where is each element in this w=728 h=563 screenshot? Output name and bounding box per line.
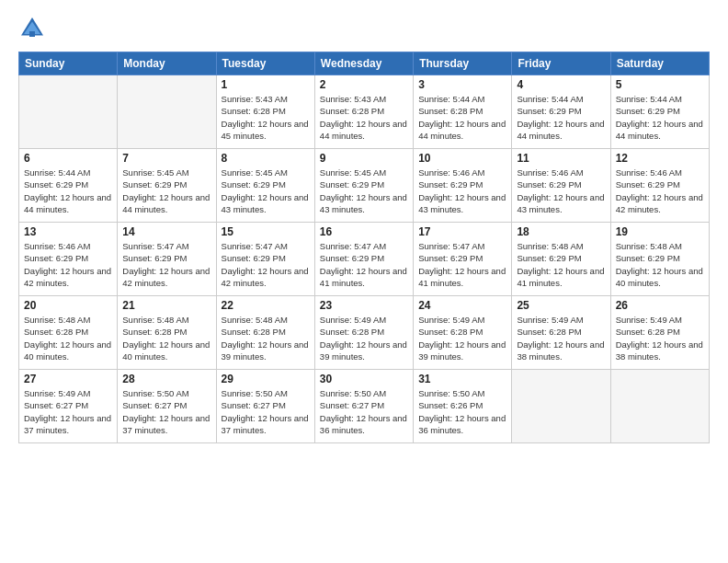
day-number: 27 <box>24 373 112 385</box>
day-cell-31: 31Sunrise: 5:50 AMSunset: 6:26 PMDayligh… <box>414 370 512 443</box>
day-cell-26: 26Sunrise: 5:49 AMSunset: 6:28 PMDayligh… <box>610 296 709 370</box>
weekday-header-sunday: Sunday <box>19 52 118 75</box>
weekday-header-saturday: Saturday <box>610 52 709 75</box>
weekday-header-row: SundayMondayTuesdayWednesdayThursdayFrid… <box>19 52 710 75</box>
day-number: 17 <box>418 225 506 238</box>
weekday-header-friday: Friday <box>512 52 610 75</box>
week-row-4: 27Sunrise: 5:49 AMSunset: 6:27 PMDayligh… <box>19 370 710 443</box>
header <box>18 15 710 42</box>
day-number: 19 <box>616 225 704 238</box>
day-cell-30: 30Sunrise: 5:50 AMSunset: 6:27 PMDayligh… <box>314 370 413 443</box>
day-info: Sunrise: 5:47 AMSunset: 6:29 PMDaylight:… <box>222 240 310 289</box>
day-cell-14: 14Sunrise: 5:47 AMSunset: 6:29 PMDayligh… <box>118 223 216 296</box>
day-cell-4: 4Sunrise: 5:44 AMSunset: 6:29 PMDaylight… <box>512 75 610 149</box>
day-info: Sunrise: 5:47 AMSunset: 6:29 PMDaylight:… <box>122 240 210 289</box>
svg-rect-2 <box>29 31 35 37</box>
day-info: Sunrise: 5:46 AMSunset: 6:29 PMDaylight:… <box>517 167 605 215</box>
day-number: 24 <box>418 299 506 312</box>
day-info: Sunrise: 5:49 AMSunset: 6:27 PMDaylight:… <box>24 387 112 436</box>
day-info: Sunrise: 5:47 AMSunset: 6:29 PMDaylight:… <box>320 240 408 289</box>
page: SundayMondayTuesdayWednesdayThursdayFrid… <box>0 0 728 563</box>
day-number: 3 <box>418 78 506 91</box>
day-cell-6: 6Sunrise: 5:44 AMSunset: 6:29 PMDaylight… <box>19 149 118 223</box>
day-info: Sunrise: 5:45 AMSunset: 6:29 PMDaylight:… <box>122 167 210 215</box>
day-cell-12: 12Sunrise: 5:46 AMSunset: 6:29 PMDayligh… <box>610 149 709 223</box>
day-number: 9 <box>320 152 408 165</box>
day-cell-23: 23Sunrise: 5:49 AMSunset: 6:28 PMDayligh… <box>314 296 413 370</box>
day-cell-16: 16Sunrise: 5:47 AMSunset: 6:29 PMDayligh… <box>314 223 413 296</box>
week-row-0: 1Sunrise: 5:43 AMSunset: 6:28 PMDaylight… <box>19 75 710 149</box>
logo-icon <box>18 15 46 42</box>
day-info: Sunrise: 5:47 AMSunset: 6:29 PMDaylight:… <box>418 240 506 289</box>
day-info: Sunrise: 5:46 AMSunset: 6:29 PMDaylight:… <box>418 167 506 215</box>
day-info: Sunrise: 5:49 AMSunset: 6:28 PMDaylight:… <box>517 314 605 362</box>
day-number: 23 <box>320 299 408 312</box>
day-info: Sunrise: 5:49 AMSunset: 6:28 PMDaylight:… <box>418 314 506 362</box>
day-number: 26 <box>616 299 704 312</box>
day-info: Sunrise: 5:48 AMSunset: 6:28 PMDaylight:… <box>122 314 210 362</box>
day-number: 1 <box>222 78 310 91</box>
weekday-header-monday: Monday <box>118 52 216 75</box>
day-cell-21: 21Sunrise: 5:48 AMSunset: 6:28 PMDayligh… <box>118 296 216 370</box>
day-number: 25 <box>517 299 605 312</box>
day-number: 28 <box>122 373 210 385</box>
day-cell-18: 18Sunrise: 5:48 AMSunset: 6:29 PMDayligh… <box>512 223 610 296</box>
week-row-1: 6Sunrise: 5:44 AMSunset: 6:29 PMDaylight… <box>19 149 710 223</box>
day-info: Sunrise: 5:48 AMSunset: 6:29 PMDaylight:… <box>517 240 605 289</box>
empty-cell <box>512 370 610 443</box>
day-cell-10: 10Sunrise: 5:46 AMSunset: 6:29 PMDayligh… <box>414 149 512 223</box>
day-number: 11 <box>517 152 605 165</box>
day-number: 8 <box>222 152 310 165</box>
day-info: Sunrise: 5:49 AMSunset: 6:28 PMDaylight:… <box>320 314 408 362</box>
day-number: 22 <box>222 299 310 312</box>
day-number: 31 <box>418 373 506 385</box>
day-cell-19: 19Sunrise: 5:48 AMSunset: 6:29 PMDayligh… <box>610 223 709 296</box>
day-cell-17: 17Sunrise: 5:47 AMSunset: 6:29 PMDayligh… <box>414 223 512 296</box>
day-cell-11: 11Sunrise: 5:46 AMSunset: 6:29 PMDayligh… <box>512 149 610 223</box>
day-number: 21 <box>122 299 210 312</box>
day-info: Sunrise: 5:43 AMSunset: 6:28 PMDaylight:… <box>320 93 408 142</box>
day-info: Sunrise: 5:49 AMSunset: 6:28 PMDaylight:… <box>616 314 704 362</box>
day-cell-20: 20Sunrise: 5:48 AMSunset: 6:28 PMDayligh… <box>19 296 118 370</box>
day-info: Sunrise: 5:50 AMSunset: 6:27 PMDaylight:… <box>122 387 210 436</box>
day-number: 13 <box>24 225 112 238</box>
day-number: 14 <box>122 225 210 238</box>
day-info: Sunrise: 5:50 AMSunset: 6:27 PMDaylight:… <box>222 387 310 436</box>
day-number: 18 <box>517 225 605 238</box>
logo <box>18 15 50 42</box>
day-info: Sunrise: 5:43 AMSunset: 6:28 PMDaylight:… <box>222 93 310 142</box>
day-number: 4 <box>517 78 605 91</box>
day-info: Sunrise: 5:45 AMSunset: 6:29 PMDaylight:… <box>222 167 310 215</box>
day-number: 30 <box>320 373 408 385</box>
week-row-3: 20Sunrise: 5:48 AMSunset: 6:28 PMDayligh… <box>19 296 710 370</box>
empty-cell <box>118 75 216 149</box>
day-number: 29 <box>222 373 310 385</box>
day-cell-9: 9Sunrise: 5:45 AMSunset: 6:29 PMDaylight… <box>314 149 413 223</box>
day-number: 6 <box>24 152 112 165</box>
day-number: 7 <box>122 152 210 165</box>
day-info: Sunrise: 5:48 AMSunset: 6:28 PMDaylight:… <box>24 314 112 362</box>
day-info: Sunrise: 5:46 AMSunset: 6:29 PMDaylight:… <box>24 240 112 289</box>
day-cell-5: 5Sunrise: 5:44 AMSunset: 6:29 PMDaylight… <box>610 75 709 149</box>
day-info: Sunrise: 5:50 AMSunset: 6:26 PMDaylight:… <box>418 387 506 436</box>
day-cell-1: 1Sunrise: 5:43 AMSunset: 6:28 PMDaylight… <box>216 75 314 149</box>
day-cell-28: 28Sunrise: 5:50 AMSunset: 6:27 PMDayligh… <box>118 370 216 443</box>
day-info: Sunrise: 5:44 AMSunset: 6:29 PMDaylight:… <box>517 93 605 142</box>
day-info: Sunrise: 5:44 AMSunset: 6:29 PMDaylight:… <box>616 93 704 142</box>
day-number: 16 <box>320 225 408 238</box>
day-cell-24: 24Sunrise: 5:49 AMSunset: 6:28 PMDayligh… <box>414 296 512 370</box>
day-number: 5 <box>616 78 704 91</box>
day-number: 20 <box>24 299 112 312</box>
day-info: Sunrise: 5:48 AMSunset: 6:29 PMDaylight:… <box>616 240 704 289</box>
day-info: Sunrise: 5:50 AMSunset: 6:27 PMDaylight:… <box>320 387 408 436</box>
weekday-header-thursday: Thursday <box>414 52 512 75</box>
day-info: Sunrise: 5:44 AMSunset: 6:29 PMDaylight:… <box>24 167 112 215</box>
day-info: Sunrise: 5:45 AMSunset: 6:29 PMDaylight:… <box>320 167 408 215</box>
day-number: 12 <box>616 152 704 165</box>
day-info: Sunrise: 5:46 AMSunset: 6:29 PMDaylight:… <box>616 167 704 215</box>
calendar: SundayMondayTuesdayWednesdayThursdayFrid… <box>18 52 710 443</box>
weekday-header-wednesday: Wednesday <box>314 52 413 75</box>
empty-cell <box>19 75 118 149</box>
day-info: Sunrise: 5:48 AMSunset: 6:28 PMDaylight:… <box>222 314 310 362</box>
empty-cell <box>610 370 709 443</box>
